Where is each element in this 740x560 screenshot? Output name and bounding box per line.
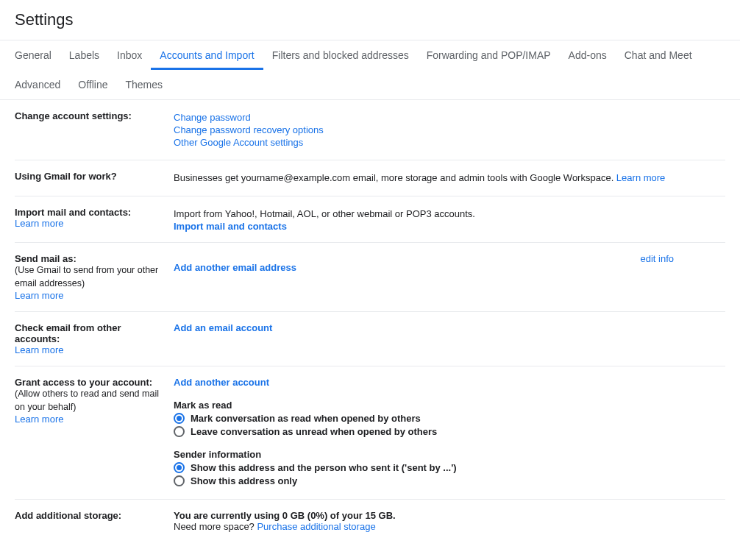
tab-general[interactable]: General [6,40,60,70]
storage-prompt: Need more space? [174,521,257,532]
import-mail-contacts-link[interactable]: Import mail and contacts [174,221,287,232]
page-title: Settings [0,0,740,40]
section-grant-access: Grant access to your account: (Allow oth… [15,366,725,500]
tab-addons[interactable]: Add-ons [560,40,616,70]
storage-body: You are currently using 0 GB (0%) of you… [174,510,725,521]
check-email-learn-more-link[interactable]: Learn more [15,344,63,355]
storage-title: Add additional storage: [15,510,165,521]
tab-offline[interactable]: Offline [69,70,116,99]
sender-info-heading: Sender information [174,449,725,460]
grant-title: Grant access to your account: [15,377,165,388]
tab-accounts-and-import[interactable]: Accounts and Import [151,40,263,70]
work-title: Using Gmail for work? [15,171,165,182]
change-account-title: Change account settings: [15,110,165,121]
mark-read-radio-unread[interactable] [174,426,185,437]
section-send-mail-as: Send mail as: (Use Gmail to send from yo… [15,243,725,312]
import-learn-more-link[interactable]: Learn more [15,218,63,229]
tab-inbox[interactable]: Inbox [108,40,151,70]
grant-learn-more-link[interactable]: Learn more [15,414,63,425]
change-recovery-link[interactable]: Change password recovery options [174,124,725,135]
tab-forwarding[interactable]: Forwarding and POP/IMAP [418,40,560,70]
sendas-title: Send mail as: [15,253,165,264]
tab-labels[interactable]: Labels [60,40,108,70]
sender-radio-address-only[interactable] [174,475,185,486]
section-import-mail-contacts: Import mail and contacts: Learn more Imp… [15,196,725,244]
grant-subtitle: (Allow others to read and send mail on y… [15,388,165,414]
section-gmail-for-work: Using Gmail for work? Businesses get you… [15,160,725,196]
purchase-storage-link[interactable]: Purchase additional storage [257,521,375,532]
settings-tabs: General Labels Inbox Accounts and Import… [0,40,740,100]
tab-filters[interactable]: Filters and blocked addresses [263,40,418,70]
work-learn-more-link[interactable]: Learn more [616,172,665,183]
import-title: Import mail and contacts: [15,207,165,218]
mark-read-label-1[interactable]: Mark conversation as read when opened by… [191,413,421,424]
sendas-subtitle: (Use Gmail to send from your other email… [15,264,165,290]
check-email-title: Check email from other accounts: [15,322,165,344]
section-additional-storage: Add additional storage: You are currentl… [15,500,725,542]
tab-themes[interactable]: Themes [117,70,172,99]
tab-chat-and-meet[interactable]: Chat and Meet [616,40,701,70]
section-change-account-settings: Change account settings: Change password… [15,100,725,160]
sender-radio-show-both[interactable] [174,462,185,473]
import-body: Import from Yahoo!, Hotmail, AOL, or oth… [174,207,725,221]
tab-advanced[interactable]: Advanced [6,70,69,99]
mark-read-radio-read[interactable] [174,413,185,424]
work-body: Businesses get yourname@example.com emai… [174,172,616,183]
sender-label-1[interactable]: Show this address and the person who sen… [191,462,457,473]
add-another-account-link[interactable]: Add another account [174,377,269,388]
mark-as-read-heading: Mark as read [174,400,725,411]
add-another-email-link[interactable]: Add another email address [174,262,296,273]
change-password-link[interactable]: Change password [174,112,725,123]
sendas-edit-info-link[interactable]: edit info [640,253,674,264]
mark-read-label-2[interactable]: Leave conversation as unread when opened… [191,426,437,437]
add-email-account-link[interactable]: Add an email account [174,322,272,333]
other-account-settings-link[interactable]: Other Google Account settings [174,137,725,148]
section-check-email: Check email from other accounts: Learn m… [15,312,725,366]
sendas-learn-more-link[interactable]: Learn more [15,290,63,301]
sender-label-2[interactable]: Show this address only [191,475,297,486]
